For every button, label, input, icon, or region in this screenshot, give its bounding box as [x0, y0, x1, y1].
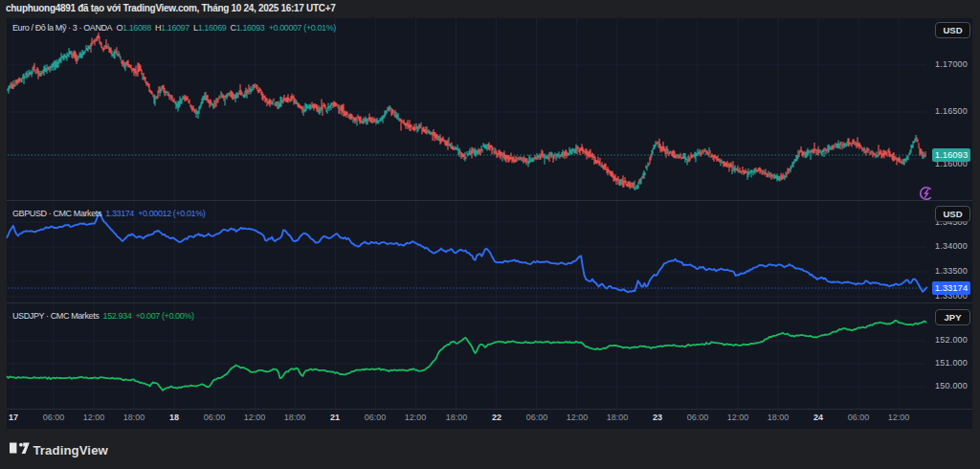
- svg-text:TradingView: TradingView: [33, 443, 108, 458]
